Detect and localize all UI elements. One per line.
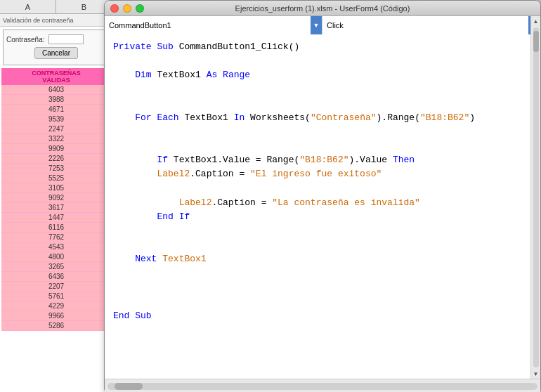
scroll-down-arrow[interactable]: ▼ (531, 369, 541, 379)
code-line: If TextBox1.Value = Range("B18:B62").Val… (113, 153, 532, 167)
spreadsheet-title-row: Validación de contraseña (0, 14, 112, 27)
password-label: Contraseña: (6, 36, 48, 44)
list-item: 5525 (1, 174, 111, 183)
close-button[interactable] (110, 4, 119, 13)
scrollbar-track-h (107, 383, 537, 390)
code-line: Label2.Caption = "El ingreso fue exitoso… (113, 167, 532, 181)
code-line (113, 238, 532, 252)
code-line (113, 82, 532, 96)
vba-toolbar: CommandButton1 ▼ Click ▼ (105, 16, 540, 34)
code-line: For Each TextBox1 In Worksheets("Contras… (113, 111, 532, 125)
code-line (113, 139, 532, 153)
list-item: 2207 (1, 282, 111, 292)
list-item: 6116 (1, 223, 111, 233)
code-line (113, 224, 532, 238)
form-area: Contraseña: Cancelar (3, 30, 110, 65)
object-dropdown[interactable]: CommandButton1 ▼ (105, 16, 322, 34)
list-item: 2247 (1, 124, 111, 134)
window-title: Ejercicios_userform (1).xlsm - UserForm4… (235, 4, 410, 13)
list-item: 7253 (1, 164, 111, 174)
valid-passwords-header: CONTRASEÑAS VÁLIDAS (1, 68, 111, 85)
list-item: 6403 (1, 85, 111, 95)
list-item: 4543 (1, 242, 111, 252)
code-line: End If (113, 210, 532, 224)
cancel-button[interactable]: Cancelar (34, 47, 78, 59)
code-line (113, 181, 532, 195)
list-item: 3617 (1, 203, 111, 213)
object-dropdown-value: CommandButton1 (109, 21, 311, 30)
spreadsheet-header: A B (0, 0, 112, 14)
list-item: 9092 (1, 193, 111, 203)
spreadsheet-area: A B Validación de contraseña Contraseña:… (0, 0, 112, 392)
object-dropdown-arrow[interactable]: ▼ (311, 16, 322, 34)
password-input[interactable] (48, 34, 84, 44)
code-line (113, 97, 532, 111)
list-item: 4229 (1, 301, 111, 311)
spreadsheet-title: Validación de contraseña (0, 17, 112, 24)
list-item: 2226 (1, 154, 111, 164)
horizontal-scrollbar[interactable] (105, 379, 540, 392)
maximize-button[interactable] (136, 4, 144, 13)
minimize-button[interactable] (123, 4, 131, 13)
event-dropdown-value: Click (327, 21, 528, 30)
list-item: 5761 (1, 292, 111, 301)
code-line (113, 295, 532, 309)
col-header-a: A (0, 0, 56, 13)
list-item: 3988 (1, 95, 111, 105)
list-item: 4671 (1, 105, 111, 115)
title-bar: Ejercicios_userform (1).xlsm - UserForm4… (105, 1, 540, 16)
list-item: 7762 (1, 233, 111, 242)
scrollbar-track-v (533, 27, 539, 367)
scrollbar-thumb-v[interactable] (533, 31, 539, 52)
scrollbar-thumb-h[interactable] (115, 383, 143, 390)
code-line: Label2.Caption = "La contraseña es inval… (113, 196, 532, 210)
vba-editor-window: Ejercicios_userform (1).xlsm - UserForm4… (104, 0, 541, 392)
code-line: End Sub (113, 309, 532, 323)
list-item: 9966 (1, 311, 111, 321)
code-line (113, 125, 532, 139)
valid-numbers-list: 6403398846719539224733229909222672535525… (1, 85, 111, 331)
code-editor[interactable]: Private Sub CommandButton1_Click() Dim T… (105, 34, 540, 379)
list-item: 9539 (1, 115, 111, 124)
scroll-up-arrow[interactable]: ▲ (531, 16, 541, 26)
list-item: 3322 (1, 134, 111, 144)
traffic-lights (110, 4, 144, 13)
code-line (113, 280, 532, 294)
code-line (113, 266, 532, 280)
code-line (113, 54, 532, 68)
list-item: 3265 (1, 262, 111, 272)
list-item: 5286 (1, 321, 111, 331)
list-item: 3105 (1, 183, 111, 193)
list-item: 1447 (1, 213, 111, 223)
list-item: 4800 (1, 252, 111, 262)
code-line: Dim TextBox1 As Range (113, 68, 532, 82)
password-row: Contraseña: (6, 34, 106, 44)
list-item: 6436 (1, 272, 111, 282)
code-line: Next TextBox1 (113, 252, 532, 266)
vertical-scrollbar[interactable]: ▲ ▼ (530, 16, 540, 379)
code-line: Private Sub CommandButton1_Click() (113, 40, 532, 54)
list-item: 9909 (1, 144, 111, 154)
event-dropdown[interactable]: Click ▼ (322, 16, 540, 34)
